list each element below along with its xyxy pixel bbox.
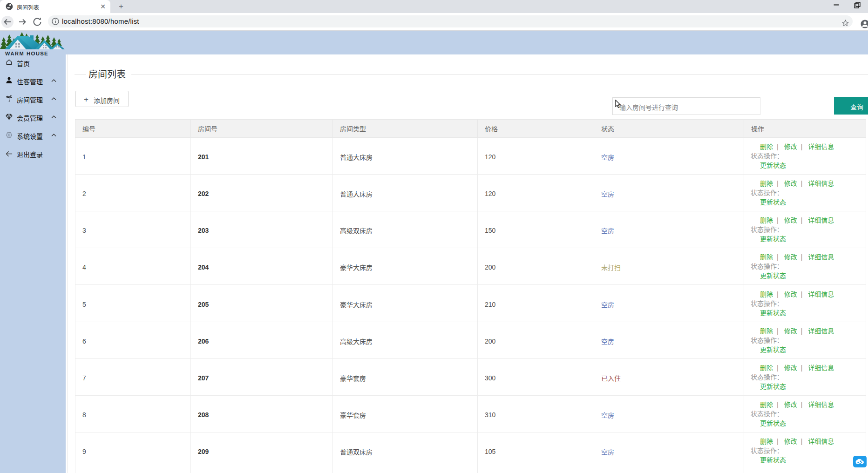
- svg-text:HOUSE: HOUSE: [27, 51, 48, 56]
- svg-text:WARM: WARM: [5, 51, 24, 56]
